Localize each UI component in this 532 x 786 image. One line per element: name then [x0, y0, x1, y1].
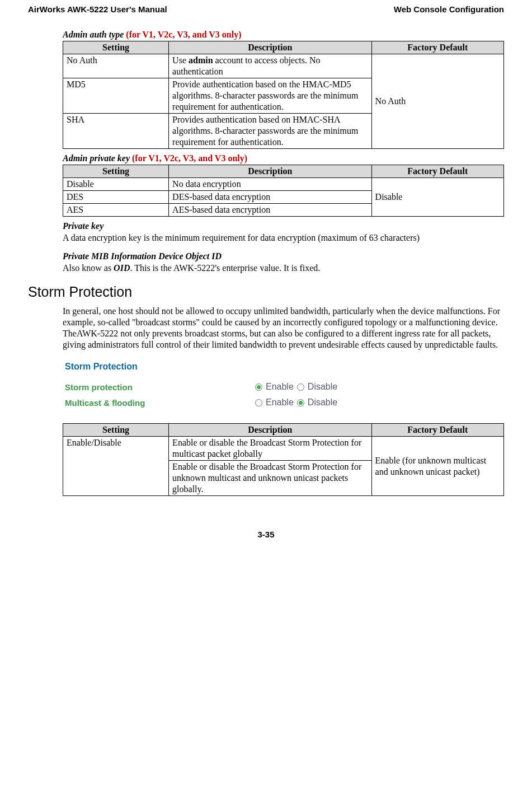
col-description: Description: [169, 41, 371, 54]
radio-enable-label: Enable: [266, 397, 294, 408]
cell-description: No data encryption: [169, 178, 371, 191]
mib-body: Also know as OID. This is the AWK-5222's…: [63, 263, 504, 274]
admin-auth-table: Setting Description Factory Default No A…: [63, 41, 504, 149]
storm-protection-row: Storm protection Enable Disable: [65, 382, 504, 392]
cell-description: Enable or disable the Broadcast Storm Pr…: [169, 437, 371, 461]
cell-description: Use admin account to access objects. No …: [169, 54, 371, 78]
col-setting: Setting: [63, 41, 169, 54]
storm-protection-heading: Storm Protection: [28, 284, 504, 300]
private-key-title: Private key: [63, 221, 504, 231]
storm-table: Setting Description Factory Default Enab…: [63, 423, 504, 496]
table-header-row: Setting Description Factory Default: [63, 41, 504, 54]
radio-enable-icon[interactable]: [255, 399, 262, 406]
cell-setting: AES: [63, 204, 169, 217]
col-setting: Setting: [63, 165, 169, 178]
running-header: AirWorks AWK-5222 User's Manual Web Cons…: [28, 4, 504, 14]
radio-disable-label: Disable: [308, 382, 337, 392]
storm-intro: In general, one host should not be allow…: [63, 306, 504, 350]
mib-title: Private MIB Information Device Object ID: [63, 251, 504, 261]
radio-disable-icon[interactable]: [297, 399, 304, 406]
storm-panel-title: Storm Protection: [65, 362, 504, 372]
radio-disable-label: Disable: [308, 397, 337, 408]
col-factory-default: Factory Default: [371, 424, 503, 437]
admin-priv-title-text: Admin private key: [63, 153, 130, 163]
cell-description: DES-based data encryption: [169, 191, 371, 204]
cell-description: Provide authentication based on the HMAC…: [169, 78, 371, 114]
cell-factory-default: No Auth: [371, 54, 503, 149]
cell-description: AES-based data encryption: [169, 204, 371, 217]
cell-factory-default: Disable: [371, 178, 503, 217]
multicast-flooding-row: Multicast & flooding Enable Disable: [65, 397, 504, 408]
cell-setting: No Auth: [63, 54, 169, 78]
storm-protection-panel: Storm Protection Storm protection Enable…: [63, 356, 504, 423]
radio-enable-label: Enable: [266, 382, 294, 392]
cell-description: Enable or disable the Broadcast Storm Pr…: [169, 461, 371, 496]
cell-setting: Enable/Disable: [63, 437, 169, 496]
table-row: No Auth Use admin account to access obje…: [63, 54, 504, 78]
table-header-row: Setting Description Factory Default: [63, 424, 504, 437]
private-key-body: A data encryption key is the minimum req…: [63, 232, 504, 244]
col-setting: Setting: [63, 424, 169, 437]
admin-priv-version-note: (for V1, V2c, V3, and V3 only): [132, 153, 247, 163]
cell-description: Provides authentication based on HMAC-SH…: [169, 114, 371, 149]
multicast-flooding-label: Multicast & flooding: [65, 398, 255, 408]
admin-priv-title: Admin private key (for V1, V2c, V3, and …: [63, 153, 504, 163]
cell-setting: DES: [63, 191, 169, 204]
page-number: 3-35: [28, 530, 504, 539]
table-header-row: Setting Description Factory Default: [63, 165, 504, 178]
storm-protection-label: Storm protection: [65, 382, 255, 392]
cell-setting: SHA: [63, 114, 169, 149]
radio-disable-icon[interactable]: [297, 383, 304, 391]
col-factory-default: Factory Default: [371, 41, 503, 54]
table-row: Disable No data encryption Disable: [63, 178, 504, 191]
admin-auth-title-text: Admin auth type: [63, 30, 124, 39]
running-header-left: AirWorks AWK-5222 User's Manual: [28, 4, 167, 14]
cell-factory-default: Enable (for unknown multicast and unknow…: [371, 437, 503, 496]
table-row: Enable/Disable Enable or disable the Bro…: [63, 437, 504, 461]
admin-priv-table: Setting Description Factory Default Disa…: [63, 165, 504, 217]
col-description: Description: [169, 424, 371, 437]
cell-setting: Disable: [63, 178, 169, 191]
admin-auth-title: Admin auth type (for V1, V2c, V3, and V3…: [63, 30, 504, 40]
running-header-right: Web Console Configuration: [394, 4, 504, 14]
cell-setting: MD5: [63, 78, 169, 114]
radio-enable-icon[interactable]: [255, 383, 262, 391]
col-description: Description: [169, 165, 371, 178]
admin-auth-version-note: (for V1, V2c, V3, and V3 only): [126, 30, 241, 39]
col-factory-default: Factory Default: [371, 165, 503, 178]
